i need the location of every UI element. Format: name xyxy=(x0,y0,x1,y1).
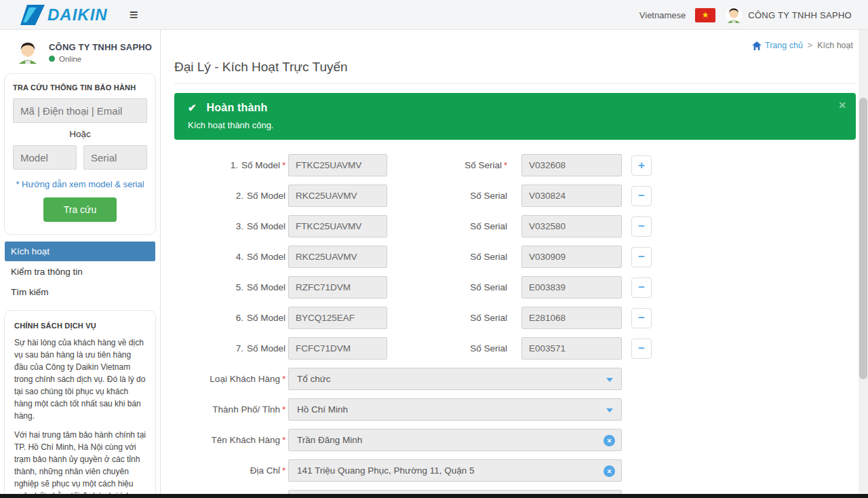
lookup-search-button[interactable]: Tra cứu xyxy=(43,197,117,222)
city-label: Thành Phố/ Tỉnh xyxy=(212,404,280,415)
clear-icon[interactable]: ✕ xyxy=(604,435,615,446)
minus-icon: − xyxy=(638,343,645,354)
row-index: 5. xyxy=(236,282,243,292)
customer-type-label: Loại Khách Hàng xyxy=(210,374,280,384)
daikin-logo[interactable]: DAIKIN xyxy=(20,5,108,25)
model-label: Số Model xyxy=(241,160,280,170)
remove-row-button[interactable]: − xyxy=(631,339,652,359)
address-row: Địa Chỉ* 141 Triệu Quang Phục, Phường 11… xyxy=(174,459,856,482)
breadcrumb-home-link[interactable]: Trang chủ xyxy=(752,41,803,50)
city-select[interactable]: Hồ Chí Minh xyxy=(288,398,622,421)
add-row-button[interactable]: + xyxy=(631,155,652,176)
product-row: 2.Số Model Số Serial − xyxy=(174,185,856,207)
page-title: Đại Lý - Kích Hoạt Trực Tuyến xyxy=(174,60,856,75)
remove-row-button[interactable]: − xyxy=(631,186,652,206)
row-index: 4. xyxy=(236,252,243,262)
account-name: CÔNG TY TNHH SAPHO xyxy=(748,10,852,20)
serial-input-3[interactable] xyxy=(521,215,622,237)
minus-icon: − xyxy=(638,221,645,232)
home-icon xyxy=(752,41,762,50)
product-row: 3.Số Model Số Serial − xyxy=(174,215,856,237)
serial-input-2[interactable] xyxy=(521,185,622,207)
remove-row-button[interactable]: − xyxy=(631,247,652,267)
required-mark: * xyxy=(282,435,285,445)
daikin-logo-icon xyxy=(20,5,45,25)
product-row: 5.Số Model Số Serial − xyxy=(174,276,856,299)
lookup-model-input[interactable] xyxy=(13,145,77,170)
required-mark: * xyxy=(282,465,285,476)
model-label: Số Model xyxy=(247,191,285,201)
brand-text: DAIKIN xyxy=(47,5,108,24)
city-value: Hồ Chí Minh xyxy=(297,404,348,415)
sidebar-item-kiem-tra-thong-tin[interactable]: Kiểm tra thông tin xyxy=(5,262,155,282)
required-mark: * xyxy=(282,404,285,415)
product-row: 7.Số Model Số Serial − xyxy=(174,337,856,360)
account-menu[interactable]: CÔNG TY TNHH SAPHO xyxy=(725,6,852,24)
chevron-down-icon xyxy=(606,408,613,413)
warranty-lookup-card: TRA CỨU THÔNG TIN BẢO HÀNH Hoặc * Hướng … xyxy=(4,73,156,235)
scrollbar-thumb[interactable] xyxy=(859,98,867,379)
customer-name-input[interactable]: Trần Đăng Minh ✕ xyxy=(288,429,622,451)
model-input-4[interactable] xyxy=(288,246,387,268)
or-label: Hoặc xyxy=(13,129,147,139)
serial-input-6[interactable] xyxy=(521,307,622,329)
required-mark: * xyxy=(282,160,285,170)
sidebar-item-kich-hoat[interactable]: Kích hoạt xyxy=(5,242,155,261)
lookup-card-title: TRA CỨU THÔNG TIN BẢO HÀNH xyxy=(13,83,147,92)
vietnam-flag-icon[interactable]: ★ xyxy=(695,8,715,22)
row-index: 3. xyxy=(236,221,243,231)
customer-type-select[interactable]: Tổ chức xyxy=(288,368,622,390)
serial-input-5[interactable] xyxy=(521,276,622,299)
row-index: 2. xyxy=(236,191,243,201)
model-input-3[interactable] xyxy=(288,215,387,237)
breadcrumb-separator: > xyxy=(808,41,812,50)
serial-label: Số Serial xyxy=(470,191,507,201)
lookup-keyword-input[interactable] xyxy=(13,98,147,123)
top-header: DAIKIN ≡ Vietnamese ★ CÔNG TY TNHH SAPHO xyxy=(0,0,868,30)
model-input-7[interactable] xyxy=(288,337,387,360)
address-input[interactable]: 141 Triệu Quang Phục, Phường 11, Quận 5 … xyxy=(288,459,622,482)
alert-close-icon[interactable]: ✕ xyxy=(838,100,846,111)
remove-row-button[interactable]: − xyxy=(631,216,652,237)
language-selector[interactable]: Vietnamese xyxy=(639,10,686,20)
required-mark: * xyxy=(282,374,285,384)
serial-label: Số Serial xyxy=(470,252,507,262)
remove-row-button[interactable]: − xyxy=(631,308,652,328)
hamburger-menu-icon[interactable]: ≡ xyxy=(130,7,138,22)
sidebar-user-panel: CÔNG TY TNHH SAPHO Online xyxy=(0,34,160,72)
success-alert: ✔ Hoàn thành Kích hoạt thành công. ✕ xyxy=(174,93,856,140)
page-scrollbar[interactable] xyxy=(859,30,868,498)
sidebar-item-tim-kiem[interactable]: Tìm kiếm xyxy=(5,282,155,302)
clear-x-glyph: ✕ xyxy=(607,468,612,475)
policy-card-title: CHÍNH SÁCH DỊCH VỤ xyxy=(14,322,146,330)
serial-input-1[interactable] xyxy=(521,154,622,176)
serial-input-7[interactable] xyxy=(521,337,622,360)
title-divider xyxy=(174,83,856,84)
model-input-5[interactable] xyxy=(288,276,387,299)
product-row: 4.Số Model Số Serial − xyxy=(174,246,856,268)
policy-paragraph: Với hai trung tâm bảo hành chính tại TP.… xyxy=(14,429,146,498)
lookup-serial-input[interactable] xyxy=(83,145,147,170)
customer-name-label: Tên Khách Hàng xyxy=(212,435,280,445)
model-input-2[interactable] xyxy=(288,185,387,207)
online-status-label: Online xyxy=(59,55,81,63)
serial-input-4[interactable] xyxy=(521,246,622,268)
plus-icon: + xyxy=(638,159,645,171)
customer-type-value: Tổ chức xyxy=(297,374,331,384)
check-icon: ✔ xyxy=(188,102,197,114)
remove-row-button[interactable]: − xyxy=(631,277,652,298)
model-serial-guide-link[interactable]: * Hướng dẫn xem model & serial xyxy=(13,179,147,189)
sidebar-menu: Kích hoạt Kiểm tra thông tin Tìm kiếm xyxy=(5,242,155,302)
model-label: Số Model xyxy=(247,313,285,323)
serial-label: Số Serial xyxy=(470,313,507,323)
flag-star: ★ xyxy=(702,11,709,19)
model-input-1[interactable] xyxy=(288,154,387,176)
minus-icon: − xyxy=(638,282,645,293)
minus-icon: − xyxy=(638,312,645,324)
customer-name-value: Trần Đăng Minh xyxy=(297,435,362,445)
minus-icon: − xyxy=(638,190,645,202)
model-label: Số Model xyxy=(247,343,285,353)
model-input-6[interactable] xyxy=(288,307,387,329)
clear-icon[interactable]: ✕ xyxy=(604,465,615,477)
serial-label: Số Serial xyxy=(470,282,507,292)
